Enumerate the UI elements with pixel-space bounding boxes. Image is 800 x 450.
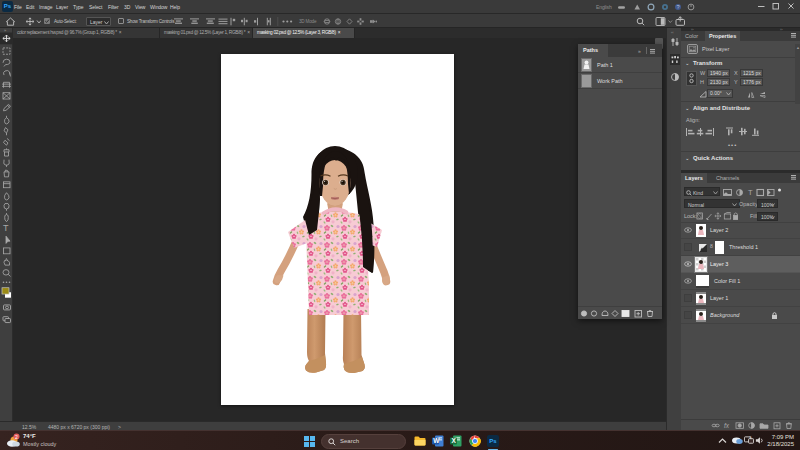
svg-text:2: 2 [15,434,18,440]
svg-text:8: 8 [749,436,751,440]
svg-text:»: » [4,29,6,33]
svg-text:fx: fx [724,422,730,429]
svg-text:?: ? [677,4,680,10]
svg-text:T: T [748,188,753,197]
svg-text:W: W [433,437,440,444]
svg-text:X: X [452,437,457,444]
svg-text:T: T [3,223,9,232]
